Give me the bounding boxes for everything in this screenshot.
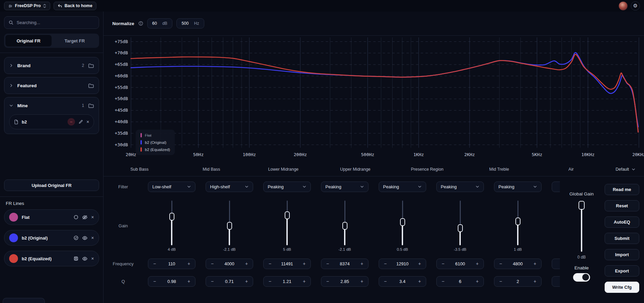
filter-select[interactable]: Peaking bbox=[436, 182, 484, 192]
close-icon[interactable]: × bbox=[91, 256, 94, 261]
increment-icon[interactable]: + bbox=[417, 261, 422, 266]
increment-icon[interactable]: + bbox=[359, 279, 364, 284]
edit-pencil-icon[interactable] bbox=[78, 119, 83, 124]
enable-toggle[interactable] bbox=[573, 273, 590, 282]
line-color-swatch[interactable] bbox=[9, 233, 18, 242]
gain-slider[interactable] bbox=[284, 201, 290, 245]
normalize-hz-input[interactable]: 500 Hz bbox=[176, 18, 204, 29]
frequency-stepper[interactable]: − 6100 + bbox=[436, 259, 484, 269]
upload-original-fr-button[interactable]: Upload Original FR bbox=[4, 179, 99, 191]
increment-icon[interactable]: + bbox=[302, 261, 307, 266]
folder-header[interactable]: Featured bbox=[9, 77, 94, 94]
folder-header[interactable]: Brand 2 bbox=[9, 57, 94, 74]
eye-off-icon[interactable] bbox=[82, 215, 88, 220]
submit-button[interactable]: Submit bbox=[605, 233, 639, 244]
save-icon[interactable] bbox=[74, 256, 78, 261]
frequency-stepper[interactable]: − 110 + bbox=[148, 259, 195, 269]
app-switcher[interactable]: FreeDSP Pro bbox=[4, 2, 50, 10]
filter-select[interactable]: Peaking bbox=[379, 182, 426, 192]
gain-slider-knob[interactable] bbox=[342, 222, 347, 230]
gain-slider-knob[interactable] bbox=[169, 213, 174, 221]
decrement-icon[interactable]: − bbox=[498, 279, 503, 284]
increment-icon[interactable]: + bbox=[532, 261, 537, 266]
filter-select[interactable]: Low-shelf bbox=[148, 182, 195, 192]
q-stepper[interactable]: − 0.71 + bbox=[206, 276, 253, 287]
frequency-stepper[interactable]: − 12910 + bbox=[379, 259, 426, 269]
back-to-home-button[interactable]: Back to home bbox=[54, 2, 96, 10]
export-button[interactable]: Export bbox=[605, 265, 639, 277]
increment-icon[interactable]: + bbox=[475, 279, 480, 284]
decrement-icon[interactable]: − bbox=[152, 261, 157, 266]
gain-slider-knob[interactable] bbox=[227, 222, 232, 230]
write-cfg-button[interactable]: Write Cfg bbox=[605, 282, 639, 293]
legend-item[interactable]: Flat bbox=[140, 133, 170, 137]
global-gain-knob[interactable] bbox=[579, 201, 585, 210]
decrement-icon[interactable]: − bbox=[440, 279, 446, 284]
q-stepper[interactable]: − 6 + bbox=[436, 276, 484, 287]
decrement-icon[interactable]: − bbox=[210, 279, 215, 284]
avatar[interactable] bbox=[619, 1, 628, 11]
decrement-icon[interactable]: − bbox=[152, 279, 157, 284]
q-stepper[interactable]: − 0.98 + bbox=[148, 276, 195, 287]
frequency-stepper[interactable]: − 11491 + bbox=[263, 259, 311, 269]
close-icon[interactable]: × bbox=[91, 214, 94, 220]
increment-icon[interactable]: + bbox=[244, 279, 249, 284]
gain-slider-knob[interactable] bbox=[285, 211, 290, 219]
gain-slider-knob[interactable] bbox=[515, 217, 520, 225]
gain-slider-knob[interactable] bbox=[400, 218, 405, 226]
search-input[interactable]: Searching... bbox=[4, 16, 99, 29]
fr-line-item[interactable]: b2 (Original) × bbox=[4, 230, 99, 246]
decrement-icon[interactable]: − bbox=[267, 261, 272, 266]
filter-select[interactable]: Peaking bbox=[494, 182, 542, 192]
decrement-icon[interactable]: − bbox=[210, 261, 215, 266]
remove-minus-icon[interactable]: − bbox=[68, 118, 75, 126]
settings-gear-icon[interactable]: ⚙ bbox=[631, 1, 640, 11]
decrement-icon[interactable]: − bbox=[267, 279, 272, 284]
filter-select[interactable]: Peaking bbox=[263, 182, 311, 192]
decrement-icon[interactable]: − bbox=[325, 261, 330, 266]
legend-item[interactable]: b2 (Original) bbox=[140, 140, 170, 145]
decrement-icon[interactable]: − bbox=[383, 261, 388, 266]
decrement-icon[interactable]: − bbox=[498, 261, 503, 266]
increment-icon[interactable]: + bbox=[186, 279, 191, 284]
line-color-swatch[interactable] bbox=[9, 213, 18, 222]
preset-select[interactable]: Default bbox=[607, 167, 644, 172]
fr-file-item[interactable]: b2 − × bbox=[9, 114, 94, 129]
increment-icon[interactable]: + bbox=[359, 261, 364, 266]
fr-line-item[interactable]: b2 (Equalized) × bbox=[4, 251, 99, 266]
legend-item[interactable]: b2 (Equalized) bbox=[140, 147, 170, 152]
gain-slider-knob[interactable] bbox=[458, 224, 463, 232]
autoeq-button[interactable]: AutoEQ bbox=[605, 216, 639, 228]
fr-line-item[interactable]: Flat × bbox=[4, 209, 99, 225]
decrement-icon[interactable]: − bbox=[383, 279, 388, 284]
frequency-stepper[interactable]: − 4800 + bbox=[494, 259, 542, 269]
info-icon[interactable] bbox=[138, 21, 143, 26]
gain-slider[interactable] bbox=[400, 201, 405, 245]
tab-target-fr[interactable]: Target FR bbox=[52, 35, 98, 46]
increment-icon[interactable]: + bbox=[244, 261, 249, 266]
increment-icon[interactable]: + bbox=[417, 279, 422, 284]
gain-slider[interactable] bbox=[515, 201, 521, 245]
filter-select[interactable]: Peaking bbox=[321, 182, 368, 192]
q-stepper[interactable]: − 1.21 + bbox=[263, 276, 311, 287]
filter-select[interactable]: High-shelf bbox=[206, 182, 253, 192]
circle-outline-icon[interactable] bbox=[74, 215, 78, 220]
read-me-button[interactable]: Read me bbox=[605, 184, 639, 195]
increment-icon[interactable]: + bbox=[186, 261, 191, 266]
decrement-icon[interactable]: − bbox=[325, 279, 330, 284]
gain-slider[interactable] bbox=[457, 201, 463, 245]
increment-icon[interactable]: + bbox=[532, 279, 537, 284]
increment-icon[interactable]: + bbox=[302, 279, 307, 284]
close-icon[interactable]: × bbox=[91, 235, 94, 241]
q-stepper[interactable]: − 2.85 + bbox=[321, 276, 368, 287]
gain-slider[interactable] bbox=[227, 201, 232, 245]
import-button[interactable]: Import bbox=[605, 249, 639, 260]
global-gain-slider[interactable] bbox=[579, 201, 585, 252]
eye-icon[interactable] bbox=[82, 236, 88, 240]
folder-header[interactable]: Mine 1 bbox=[9, 97, 94, 114]
frequency-stepper[interactable]: − 8374 + bbox=[321, 259, 368, 269]
gain-slider[interactable] bbox=[169, 201, 175, 245]
gain-slider[interactable] bbox=[342, 201, 348, 245]
close-icon[interactable]: × bbox=[87, 119, 89, 125]
frequency-stepper[interactable]: − 4000 + bbox=[206, 259, 253, 269]
